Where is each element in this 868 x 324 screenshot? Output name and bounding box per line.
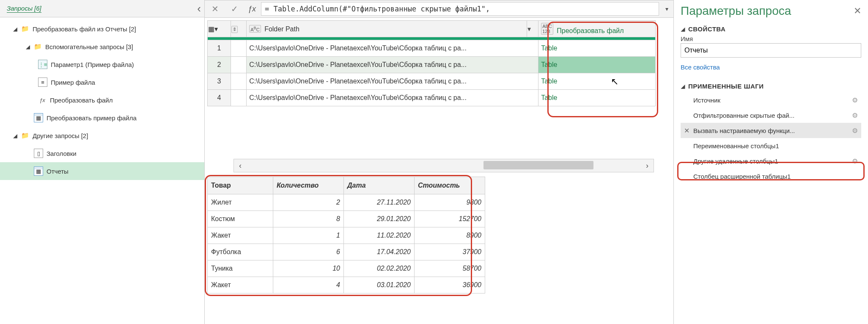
type-any-icon: ABC123 — [541, 23, 553, 35]
group-label: Вспомогательные запросы [3] — [45, 43, 133, 50]
gear-icon[interactable]: ⚙ — [852, 111, 858, 119]
preview-cell: 8 — [273, 211, 344, 227]
queries-tree: ◢ 📁 Преобразовать файл из Отчеты [2] ◢ 📁… — [0, 17, 204, 180]
preview-cell: 6 — [273, 244, 344, 260]
preview-cell: Жакет — [208, 277, 273, 294]
preview-header[interactable]: Дата — [344, 177, 415, 194]
column-transform-file[interactable]: ABC123 Преобразовать файл — [538, 21, 656, 37]
all-properties-link[interactable]: Все свойства — [681, 64, 720, 71]
collapse-pane-icon[interactable] — [197, 2, 201, 15]
preview-cell: 10 — [273, 260, 344, 277]
close-icon[interactable]: ✕ — [854, 6, 861, 17]
column-folder-path[interactable]: ABC Folder Path — [247, 21, 527, 37]
caret-down-icon[interactable]: ◢ — [681, 83, 686, 89]
scroll-right-icon[interactable]: › — [641, 161, 654, 170]
query-label: Отчеты — [47, 168, 69, 175]
gear-icon[interactable]: ⚙ — [852, 96, 858, 104]
horizontal-scrollbar[interactable]: ‹ › — [233, 159, 654, 172]
preview-header[interactable]: Товар — [208, 177, 273, 194]
preview-row[interactable]: Туника 10 02.02.2020 58700 — [208, 260, 485, 277]
cell-folder-path: C:\Users\pavlo\OneDrive - Planetaexcel\Y… — [247, 40, 538, 57]
caret-down-icon[interactable]: ◢ — [681, 26, 686, 32]
formula-input[interactable]: = Table.AddColumn(#"Отфильтрованные скры… — [261, 2, 659, 16]
query-name-input[interactable] — [681, 43, 861, 58]
step-filtered-hidden[interactable]: Отфильтрованные скрытые фай... ⚙ — [681, 108, 861, 123]
table-row[interactable]: 2 C:\Users\pavlo\OneDrive - Planetaexcel… — [208, 57, 656, 73]
query-reports[interactable]: ▦ Отчеты — [0, 162, 204, 180]
query-transform-sample[interactable]: ▦ Преобразовать пример файла — [0, 109, 204, 127]
group-label: Другие запросы [2] — [33, 132, 88, 139]
preview-row[interactable]: Костюм 8 29.01.2020 152700 — [208, 211, 485, 227]
query-settings-pane: Параметры запроса ✕ ◢ СВОЙСТВА Имя Все с… — [673, 0, 868, 324]
step-expanded-table-column[interactable]: Столбец расширенной таблицы1 — [681, 169, 861, 184]
step-label: Столбец расширенной таблицы1 — [693, 173, 791, 180]
queries-title[interactable]: Запросы [6] — [7, 5, 41, 13]
table-row[interactable]: 1 C:\Users\pavlo\OneDrive - Planetaexcel… — [208, 40, 656, 57]
preview-cell: 29.01.2020 — [344, 211, 415, 227]
query-label: Преобразовать пример файла — [47, 114, 137, 122]
preview-cell: 36900 — [415, 277, 485, 294]
group-label: Преобразовать файл из Отчеты [2] — [33, 25, 136, 33]
table-row[interactable]: 3 C:\Users\pavlo\OneDrive - Planetaexcel… — [208, 73, 656, 90]
preview-cell: 17.04.2020 — [344, 244, 415, 260]
formula-bar: ✕ ✓ ƒx = Table.AddColumn(#"Отфильтрованн… — [205, 0, 673, 18]
gear-icon[interactable]: ⚙ — [852, 157, 858, 165]
cancel-formula-button[interactable]: ✕ — [206, 2, 223, 16]
fx-icon: ƒx — [38, 96, 47, 104]
table-row[interactable]: 4 C:\Users\pavlo\OneDrive - Planetaexcel… — [208, 90, 656, 106]
step-label: Переименованные столбцы1 — [693, 142, 779, 150]
scroll-track[interactable] — [247, 159, 641, 172]
expand-column-icon[interactable]: ⇕ — [231, 21, 247, 37]
step-removed-other-columns[interactable]: Другие удаленные столбцы1 ⚙ — [681, 153, 861, 169]
step-renamed-columns[interactable]: Переименованные столбцы1 — [681, 138, 861, 153]
query-sample-file[interactable]: ≡ Пример файла — [0, 73, 204, 91]
group-other-queries[interactable]: ◢ 📁 Другие запросы [2] — [0, 127, 204, 144]
table-icon: ▦ — [34, 113, 43, 122]
cell-table-link[interactable]: Table — [538, 73, 656, 90]
gear-icon[interactable]: ⚙ — [852, 127, 858, 135]
preview-row[interactable]: Жилет 2 27.11.2020 9800 — [208, 194, 485, 211]
cell-table-link[interactable]: Table — [538, 57, 656, 73]
formula-dropdown-icon[interactable]: ▾ — [662, 6, 672, 12]
caret-down-icon: ◢ — [13, 26, 18, 32]
step-label: Источник — [693, 97, 720, 104]
filter-folder-icon[interactable]: ▾ — [527, 21, 538, 37]
scroll-thumb[interactable] — [483, 161, 593, 169]
preview-cell: 9800 — [415, 194, 485, 211]
delete-step-icon[interactable]: ✕ — [684, 127, 689, 135]
preview-cell: Футболка — [208, 244, 273, 260]
fx-icon[interactable]: ƒx — [245, 5, 258, 14]
group-helper-queries[interactable]: ◢ 📁 Вспомогательные запросы [3] — [0, 38, 204, 55]
query-headers[interactable]: ▯ Заголовки — [0, 144, 204, 162]
confirm-formula-button[interactable]: ✓ — [226, 2, 243, 16]
preview-header[interactable]: Количество — [273, 177, 344, 194]
preview-header[interactable]: Стоимость — [415, 177, 485, 194]
step-invoke-custom-fn[interactable]: ✕ Вызвать настраиваемую функци... ⚙ — [681, 123, 861, 138]
scroll-left-icon[interactable]: ‹ — [234, 161, 247, 170]
preview-row[interactable]: Жакет 1 11.02.2020 8900 — [208, 227, 485, 244]
cell-table-link[interactable]: Table — [538, 90, 656, 106]
step-label: Другие удаленные столбцы1 — [693, 158, 778, 165]
preview-cell: 03.01.2020 — [344, 277, 415, 294]
table-corner-menu[interactable]: ▦▾ — [208, 21, 231, 37]
query-label: Пример файла — [51, 79, 95, 86]
row-number: 1 — [208, 40, 231, 57]
group-transform-file[interactable]: ◢ 📁 Преобразовать файл из Отчеты [2] — [0, 20, 204, 38]
column-header: Преобразовать файл — [557, 27, 624, 34]
main-data-table: ▦▾ ⇕ ABC Folder Path ▾ ABC123 Преобразов… — [207, 20, 656, 106]
preview-cell: 2 — [273, 194, 344, 211]
query-parameter1[interactable]: ⋮≡ Параметр1 (Пример файла) — [0, 55, 204, 73]
query-transform-file-fn[interactable]: ƒx Преобразовать файл — [0, 91, 204, 109]
preview-row[interactable]: Жакет 4 03.01.2020 36900 — [208, 277, 485, 294]
preview-cell: 27.11.2020 — [344, 194, 415, 211]
row-number: 4 — [208, 90, 231, 106]
folder-icon: 📁 — [21, 25, 29, 33]
cell-table-link[interactable]: Table — [538, 40, 656, 57]
preview-cell: 37900 — [415, 244, 485, 260]
applied-steps-list: Источник ⚙ Отфильтрованные скрытые фай..… — [681, 92, 861, 184]
preview-cell: 02.02.2020 — [344, 260, 415, 277]
query-label: Преобразовать файл — [50, 97, 113, 104]
preview-cell: Туника — [208, 260, 273, 277]
preview-row[interactable]: Футболка 6 17.04.2020 37900 — [208, 244, 485, 260]
step-source[interactable]: Источник ⚙ — [681, 92, 861, 108]
